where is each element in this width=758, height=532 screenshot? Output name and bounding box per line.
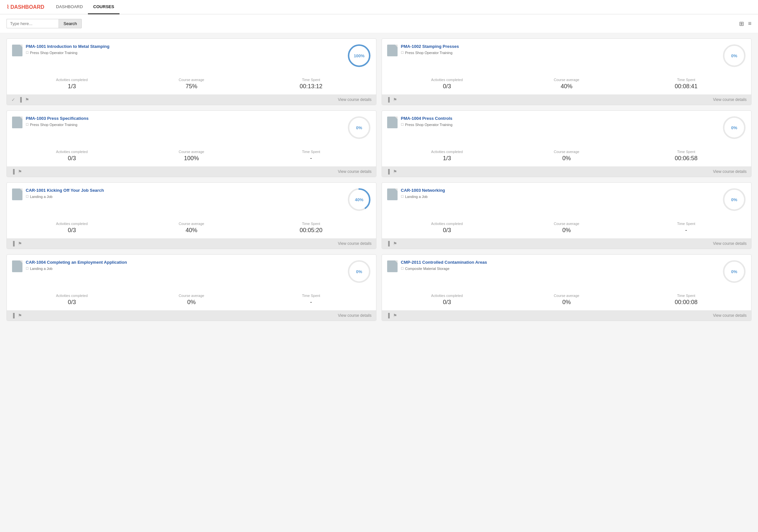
- view-details-link[interactable]: View course details: [713, 169, 746, 174]
- stat-time-value: 00:08:41: [627, 83, 746, 90]
- stat-activities-value: 0/3: [387, 227, 507, 234]
- stat-time: Time Spent 00:00:08: [627, 294, 746, 306]
- flag-icon[interactable]: ⚑: [393, 169, 397, 174]
- progress-pct-text: 0%: [731, 269, 738, 274]
- stat-time: Time Spent -: [251, 150, 371, 162]
- stat-time-label: Time Spent: [251, 150, 371, 154]
- card-body: CAR-1004 Completing an Employment Applic…: [7, 254, 376, 290]
- stat-activities-label: Activities completed: [12, 150, 131, 154]
- stat-time-label: Time Spent: [251, 222, 371, 226]
- card-icon-title: PMA-1003 Press Specifications ☐ Press Sh…: [12, 116, 347, 128]
- card-category: Composite Material Storage: [405, 267, 449, 271]
- search-input[interactable]: [7, 19, 59, 28]
- doc-icon: [387, 45, 397, 56]
- view-details-link[interactable]: View course details: [338, 169, 371, 174]
- stat-average-label: Course average: [131, 222, 251, 226]
- view-details-link[interactable]: View course details: [713, 241, 746, 246]
- flag-icon[interactable]: ⚑: [18, 313, 22, 318]
- view-details-link[interactable]: View course details: [713, 313, 746, 318]
- check-icon[interactable]: ✓: [12, 97, 15, 102]
- doc-icon: [387, 188, 397, 200]
- card-info: PMA-1003 Press Specifications ☐ Press Sh…: [12, 116, 347, 128]
- view-details-link[interactable]: View course details: [338, 313, 371, 318]
- card-footer: ▐ ⚑ View course details: [382, 166, 751, 177]
- stat-time-label: Time Spent: [251, 78, 371, 82]
- flag-icon[interactable]: ⚑: [393, 313, 397, 318]
- nav-link-dashboard[interactable]: DASHBOARD: [51, 0, 88, 14]
- search-area: Search: [7, 19, 82, 28]
- bar-chart-icon[interactable]: ▐: [12, 241, 15, 246]
- card-subtitle: ☐ Press Shop Operator Training: [26, 123, 88, 127]
- card-title: PMA-1001 Introduction to Metal Stamping: [26, 44, 109, 50]
- card-body: PMA-1001 Introduction to Metal Stamping …: [7, 39, 376, 75]
- flag-icon[interactable]: ⚑: [18, 169, 22, 174]
- card-body: CAR-1001 Kicking Off Your Job Search ☐ L…: [7, 183, 376, 218]
- card-footer: ✓ ▐ ⚑ View course details: [7, 94, 376, 105]
- view-details-link[interactable]: View course details: [713, 97, 746, 102]
- nav-link-courses[interactable]: COURSES: [88, 0, 119, 14]
- card-body: CAR-1003 Networking ☐ Landing a Job 0%: [382, 183, 751, 218]
- card-subtitle: ☐ Press Shop Operator Training: [26, 51, 109, 55]
- list-view-icon[interactable]: ≡: [748, 20, 751, 27]
- stat-time: Time Spent -: [627, 222, 746, 234]
- flag-icon[interactable]: ⚑: [393, 97, 397, 102]
- bar-chart-icon[interactable]: ▐: [12, 169, 15, 174]
- view-details-link[interactable]: View course details: [338, 97, 371, 102]
- logo-text: DASHBOARD: [11, 4, 44, 10]
- card-category: Landing a Job: [30, 267, 52, 271]
- bar-chart-icon[interactable]: ▐: [387, 241, 390, 246]
- stat-time-label: Time Spent: [627, 222, 746, 226]
- course-card-car-1004: CAR-1004 Completing an Employment Applic…: [7, 254, 376, 321]
- folder-icon: ☐: [401, 51, 404, 54]
- stat-average-label: Course average: [131, 78, 251, 82]
- stat-average-label: Course average: [507, 150, 626, 154]
- view-details-link[interactable]: View course details: [338, 241, 371, 246]
- search-button[interactable]: Search: [59, 19, 82, 28]
- card-subtitle: ☐ Landing a Job: [401, 195, 445, 199]
- progress-pct-text: 0%: [731, 53, 738, 58]
- card-title: PMA-1002 Stamping Presses: [401, 44, 459, 50]
- bar-chart-icon[interactable]: ▐: [12, 313, 15, 318]
- grid-view-icon[interactable]: ⊞: [739, 20, 744, 27]
- card-stats: Activities completed 0/3 Course average …: [382, 218, 751, 238]
- card-title: CMP-2011 Controlled Contamination Areas: [401, 260, 487, 265]
- progress-circle: 0%: [722, 116, 746, 139]
- course-card-pma-1001: PMA-1001 Introduction to Metal Stamping …: [7, 38, 376, 105]
- flag-icon[interactable]: ⚑: [393, 241, 397, 246]
- progress-circle: 0%: [722, 44, 746, 67]
- bar-chart-icon[interactable]: ▐: [387, 97, 390, 102]
- card-stats: Activities completed 0/3 Course average …: [382, 290, 751, 310]
- progress-circle: 0%: [347, 260, 371, 283]
- bar-chart-icon[interactable]: ▐: [387, 313, 390, 318]
- stat-average: Course average 100%: [131, 150, 251, 162]
- doc-icon: [12, 45, 22, 56]
- stat-average-label: Course average: [507, 294, 626, 298]
- card-info: CMP-2011 Controlled Contamination Areas …: [387, 260, 722, 272]
- card-category: Press Shop Operator Training: [30, 51, 78, 55]
- stat-time-label: Time Spent: [627, 294, 746, 298]
- card-body: PMA-1002 Stamping Presses ☐ Press Shop O…: [382, 39, 751, 75]
- footer-icons: ✓ ▐ ⚑: [12, 97, 29, 102]
- stat-activities-label: Activities completed: [12, 78, 131, 82]
- bar-chart-icon[interactable]: ▐: [387, 169, 390, 174]
- stat-time-value: -: [627, 227, 746, 234]
- bar-chart-icon[interactable]: ▐: [18, 97, 22, 102]
- stat-activities: Activities completed 1/3: [12, 78, 131, 90]
- folder-icon: ☐: [26, 267, 29, 270]
- flag-icon[interactable]: ⚑: [18, 241, 22, 246]
- nav-bar: ⌇ DASHBOARD DASHBOARD COURSES: [0, 0, 758, 14]
- card-body: PMA-1003 Press Specifications ☐ Press Sh…: [7, 111, 376, 147]
- card-category: Landing a Job: [30, 195, 52, 199]
- flag-icon[interactable]: ⚑: [25, 97, 29, 102]
- course-card-pma-1002: PMA-1002 Stamping Presses ☐ Press Shop O…: [382, 38, 751, 105]
- stat-average-value: 40%: [131, 227, 251, 234]
- stat-average-label: Course average: [131, 294, 251, 298]
- card-footer: ▐ ⚑ View course details: [7, 310, 376, 321]
- card-info: CAR-1003 Networking ☐ Landing a Job: [387, 188, 722, 200]
- toolbar-right: ⊞ ≡: [739, 20, 751, 27]
- stat-average-value: 0%: [507, 227, 626, 234]
- progress-circle: 100%: [347, 44, 371, 67]
- doc-icon: [12, 260, 22, 272]
- card-footer: ▐ ⚑ View course details: [382, 94, 751, 105]
- stat-activities: Activities completed 0/3: [12, 222, 131, 234]
